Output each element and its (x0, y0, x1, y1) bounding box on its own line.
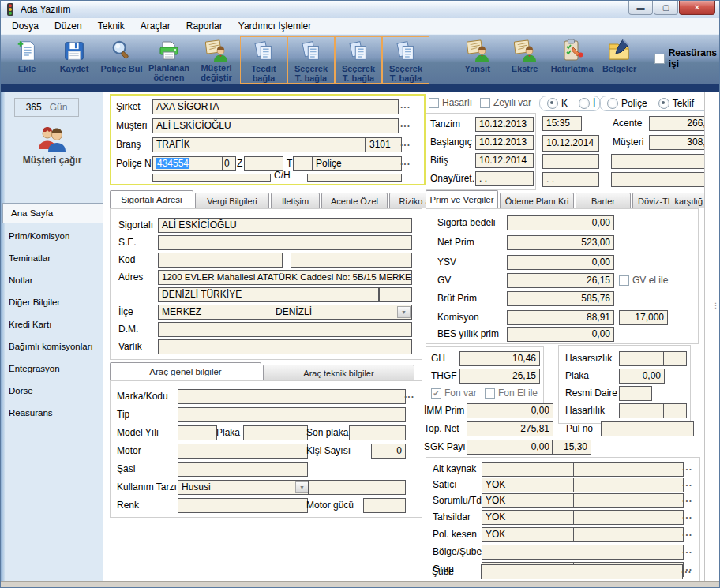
sidebar-item-teminatlar[interactable]: Teminatlar (1, 247, 103, 269)
model-year-field[interactable] (178, 425, 217, 440)
sub-source-lookup-button[interactable]: ... (682, 462, 692, 473)
issuer-field-2[interactable] (573, 527, 684, 542)
fund-manual-toggle[interactable]: Fon El ile (485, 387, 538, 399)
tab-barter[interactable]: Barter (576, 193, 631, 208)
commission-field[interactable]: 88,91 (507, 310, 614, 325)
no-claims-step-field[interactable] (663, 351, 687, 366)
code-field-1[interactable] (158, 253, 283, 268)
usage-extra-field[interactable] (308, 480, 406, 495)
sgk-rate-field[interactable]: 15,30 (552, 440, 591, 455)
policy-type-field[interactable]: Poliçe (312, 156, 402, 171)
link-select-button-3[interactable]: Seçerek T. bağla (382, 36, 429, 84)
tab-doviz-tl[interactable]: Döviz-TL karşılığ (632, 193, 708, 208)
stamp-no-field[interactable] (601, 421, 694, 436)
customer-lookup-button[interactable]: ... (400, 118, 411, 129)
tab-arac-genel[interactable]: Araç genel bilgiler (110, 362, 261, 380)
gh-field[interactable]: 10,46 (459, 351, 540, 366)
sgk-field[interactable]: 0,00 (467, 440, 553, 455)
engine-power-field[interactable] (363, 498, 406, 513)
call-customer-button[interactable]: Müşteri çağır (1, 125, 103, 166)
type-field[interactable] (178, 407, 406, 422)
collector-lookup-button[interactable]: ... (682, 510, 692, 521)
sidebar-item-reasurans[interactable]: Reasürans (1, 402, 103, 424)
imm-field[interactable]: 0,00 (467, 403, 553, 418)
branch-code-field[interactable]: 3101 (366, 137, 402, 152)
bes-field[interactable]: 0,00 (507, 327, 614, 342)
minimize-button[interactable]: ▬ (628, 1, 653, 15)
responsible-field[interactable]: YOK (482, 493, 576, 508)
last-plate-field[interactable] (349, 425, 406, 440)
sidebar-item-bagimli-komisyonlari[interactable]: Bağımlı komisyonları (1, 335, 103, 358)
sidebar-item-entegrasyon[interactable]: Entegrasyon (1, 358, 103, 380)
radio-i[interactable]: İ (579, 98, 595, 109)
add-button[interactable]: Ekle (3, 36, 51, 82)
customer-field[interactable]: ALİ ESKİCİOĞLU (152, 118, 399, 133)
brand-lookup-button[interactable]: ... (404, 389, 414, 400)
issue-date-field[interactable]: 10.12.2013 (475, 117, 534, 132)
claims-surcharge-field[interactable] (619, 403, 665, 418)
start-date-field[interactable]: 10.12.2013 (475, 135, 534, 150)
collector-field-2[interactable] (573, 510, 684, 525)
sidebar-item-kredi-karti[interactable]: Kredi Kartı (1, 313, 103, 335)
sidebar-item-diger-bilgiler[interactable]: Diğer Bilgiler (1, 291, 103, 313)
planned-paid-button[interactable]: Planlanan ödenen (145, 36, 193, 82)
responsible-lookup-button[interactable]: ... (682, 493, 692, 504)
company-lookup-button[interactable]: ... (400, 99, 411, 110)
seller-field-2[interactable] (573, 478, 684, 492)
reinsurance-checkbox[interactable] (654, 54, 665, 64)
issuer-lookup-button[interactable]: ... (682, 527, 692, 538)
region-lookup-button[interactable]: ... (682, 545, 692, 556)
code-field-2[interactable] (291, 253, 412, 268)
tab-sigortali-adresi[interactable]: Sigortalı Adresi (110, 190, 193, 208)
plate-discount-field[interactable]: 0,00 (619, 369, 665, 384)
radio-teklif[interactable]: Teklif (658, 98, 694, 109)
branch-office-lookup-button[interactable]: ... (681, 564, 692, 575)
fund-exists-checkbox[interactable]: ✔ (431, 388, 441, 399)
gv-manual-checkbox[interactable] (619, 275, 629, 286)
link-select-button-1[interactable]: Seçerek T. bağla (287, 36, 335, 84)
damaged-checkbox[interactable] (429, 98, 439, 108)
menu-yardimci-islemler[interactable]: Yardımcı İşlemler (231, 19, 319, 33)
radio-k[interactable]: K (547, 98, 568, 109)
postal-field[interactable] (379, 287, 412, 302)
total-net-field[interactable]: 275,81 (467, 421, 553, 436)
issue-time-field[interactable]: 15:35 (542, 116, 582, 131)
gv-manual-toggle[interactable]: GV el ile (619, 274, 668, 287)
region-field[interactable] (482, 545, 684, 560)
link-renewal-button[interactable]: Tecdit bağla (240, 36, 287, 84)
no-claims-field[interactable] (619, 351, 665, 366)
ysv-field[interactable]: 0,00 (507, 255, 614, 270)
insured-field[interactable]: ALİ ESKİCİOĞLU (158, 218, 412, 233)
claims-step-field[interactable] (663, 403, 687, 418)
link-select-button-2[interactable]: Seçerek T. bağla (335, 36, 382, 84)
chevron-down-icon[interactable]: ▼ (295, 481, 309, 493)
usage-dropdown[interactable]: Hususi▼ (178, 480, 310, 495)
sidebar-item-ana-sayfa[interactable]: Ana Sayfa (2, 203, 103, 223)
policy-no-field[interactable]: 434554 (152, 156, 223, 171)
sidebar-item-notlar[interactable]: Notlar (1, 269, 103, 291)
endorsed-checkbox[interactable] (480, 98, 490, 108)
endorsed-toggle[interactable]: Zeyili var (480, 96, 531, 109)
branch-office-field[interactable] (481, 564, 683, 579)
fund-manual-checkbox[interactable] (485, 388, 495, 399)
fund-exists-toggle[interactable]: ✔ Fon var (431, 387, 477, 399)
se-field[interactable] (158, 235, 412, 250)
chevron-down-icon[interactable]: ▼ (397, 306, 411, 318)
plate-field[interactable] (243, 425, 308, 440)
net-premium-field[interactable]: 523,00 (507, 235, 614, 250)
renewal-no-field[interactable]: 0 (222, 156, 236, 171)
dm-field[interactable] (158, 322, 412, 337)
collector-field[interactable]: YOK (482, 510, 576, 525)
seller-field[interactable]: YOK (482, 478, 576, 492)
tab-vergi-bilgileri[interactable]: Vergi Bilgileri (195, 193, 269, 208)
gv-field[interactable]: 26,15 (507, 273, 614, 288)
sidebar-item-dorse[interactable]: Dorse (1, 380, 103, 402)
days-box[interactable]: 365 Gün (14, 98, 79, 117)
color-field[interactable] (178, 498, 308, 513)
menu-raporlar[interactable]: Raporlar (178, 19, 231, 33)
menu-teknik[interactable]: Teknik (90, 19, 133, 33)
thgf-field[interactable]: 26,15 (459, 369, 540, 384)
sidebar-item-prim-komisyon[interactable]: Prim/Komisyon (1, 225, 103, 247)
extra-field[interactable] (152, 174, 271, 182)
address-line2-field[interactable]: DENİZLİ TÜRKİYE (158, 287, 379, 302)
